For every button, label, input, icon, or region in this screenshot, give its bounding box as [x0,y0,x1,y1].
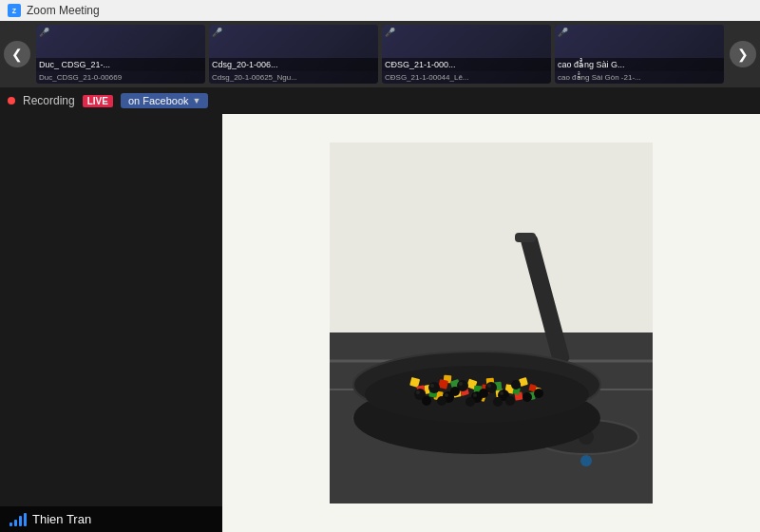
participant-name-1: Duc_ CDSG_21-... [36,58,205,71]
participant-subname-4: cao đẳng Sài Gòn -21-... [555,71,724,84]
svg-rect-13 [515,233,536,242]
dropdown-arrow-icon: ▼ [193,96,201,105]
participant-name-2: Cdsg_20-1-006... [209,58,378,71]
svg-point-48 [511,380,521,390]
svg-point-49 [522,392,532,402]
svg-point-51 [450,387,460,396]
svg-point-55 [422,396,431,406]
svg-point-54 [493,397,503,407]
participant-name-3: CĐSG_21-1-000... [382,58,551,71]
participant-subname-3: CĐSG_21-1-00044_Lê... [382,71,551,84]
participant-subname-2: Cdsg_20-1-00625_Ngu... [209,71,378,84]
nav-right-button[interactable]: ❯ [730,41,756,67]
participant-thumb-3[interactable]: 🎤 CĐSG_21-1-000... CĐSG_21-1-00044_Lê... [382,25,551,84]
recording-bar: Recording LIVE on Facebook ▼ [0,87,760,114]
main-content: Thien Tran [0,114,760,532]
recording-dot [8,97,15,104]
live-badge: LIVE [83,95,113,107]
presenter-name: Thien Tran [32,512,91,526]
participant-thumb-4[interactable]: 🎤 cao đẳng Sài G... cao đẳng Sài Gòn -21… [555,25,724,84]
mic-muted-icon-2: 🎤 [212,28,222,37]
participants-strip: ❮ 🎤 Duc_ CDSG_21-... Duc_CDSG_21-0-00669… [0,21,760,87]
left-sidebar: Thien Tran [0,114,222,532]
svg-point-61 [459,382,463,386]
main-video-area [222,114,760,532]
nav-left-button[interactable]: ❮ [4,41,30,67]
svg-rect-2 [330,142,653,332]
svg-point-50 [437,396,446,406]
svg-point-10 [580,455,592,466]
svg-point-59 [430,384,434,388]
svg-point-53 [479,389,488,398]
svg-point-60 [445,393,448,397]
signal-bars-icon [10,513,27,526]
mic-muted-icon-3: 🎤 [385,28,395,37]
svg-point-42 [428,382,440,393]
facebook-live-button[interactable]: on Facebook ▼ [121,93,209,108]
svg-point-62 [473,393,477,397]
svg-point-52 [466,397,475,407]
participant-subname-1: Duc_CDSG_21-0-00669 [36,71,205,84]
participant-thumb-2[interactable]: 🎤 Cdsg_20-1-006... Cdsg_20-1-00625_Ngu..… [209,25,378,84]
recording-label: Recording [23,94,75,107]
participants-list: 🎤 Duc_ CDSG_21-... Duc_CDSG_21-0-00669 🎤… [30,25,730,84]
svg-point-58 [416,390,420,394]
app-title: Zoom Meeting [27,4,100,17]
svg-point-63 [487,384,491,388]
svg-text:Z: Z [12,8,17,14]
zoom-icon: Z [8,4,21,17]
title-bar: Z Zoom Meeting [0,0,760,21]
cooking-video-feed [222,114,760,532]
mic-muted-icon-1: 🎤 [39,28,49,37]
participant-name-4: cao đẳng Sài G... [555,58,724,71]
mic-muted-icon-4: 🎤 [558,28,568,37]
svg-point-56 [505,396,515,406]
participant-thumb-1[interactable]: 🎤 Duc_ CDSG_21-... Duc_CDSG_21-0-00669 [36,25,205,84]
bottom-name-badge: Thien Tran [0,506,222,532]
svg-point-57 [534,389,543,398]
svg-point-64 [500,391,504,395]
facebook-label: on Facebook [128,95,189,106]
cooking-svg [330,142,653,504]
